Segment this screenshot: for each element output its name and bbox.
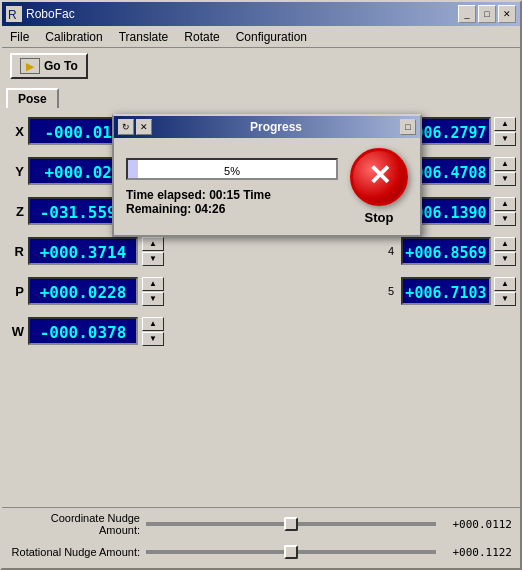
menu-calibration[interactable]: Calibration xyxy=(41,29,106,45)
progress-dialog: ↻ ✕ Progress □ 5% Time elapsed: 00:15 Ti… xyxy=(112,114,422,237)
progress-bar-text: 5% xyxy=(128,160,336,182)
t1-up-button[interactable]: ▲ xyxy=(494,117,516,131)
minimize-button[interactable]: _ xyxy=(458,5,476,23)
menu-bar: File Calibration Translate Rotate Config… xyxy=(2,26,520,48)
r-up-button[interactable]: ▲ xyxy=(142,237,164,251)
coordinate-nudge-row: Coordinate Nudge Amount: +000.0112 xyxy=(10,512,512,536)
progress-bar-container: 5% xyxy=(126,158,338,180)
goto-icon: ▶ xyxy=(20,58,40,74)
target-arrows-1: ▲ ▼ xyxy=(494,117,516,146)
pose-label-w: W xyxy=(6,324,24,339)
pose-label-y: Y xyxy=(6,164,24,179)
tab-pose[interactable]: Pose xyxy=(6,88,59,108)
title-bar-left: R RoboFac xyxy=(6,6,75,22)
arrow-group-w: ▲ ▼ xyxy=(142,317,164,346)
target-value-5: +006.7103 xyxy=(401,277,491,305)
stop-area: ✕ Stop xyxy=(350,148,408,225)
pose-row-r: R +000.3714 ▲ ▼ xyxy=(6,232,384,270)
stop-x-icon: ✕ xyxy=(368,162,391,190)
title-bar: R RoboFac _ □ ✕ xyxy=(2,2,520,26)
pose-label-z: Z xyxy=(6,204,24,219)
dialog-title-bar: ↻ ✕ Progress □ xyxy=(114,116,420,138)
time-info: Time elapsed: 00:15 Time Remaining: 04:2… xyxy=(126,188,338,216)
t2-up-button[interactable]: ▲ xyxy=(494,157,516,171)
dialog-refresh-button[interactable]: ↻ xyxy=(118,119,134,135)
app-icon: R xyxy=(6,6,22,22)
pose-value-r: +000.3714 xyxy=(28,237,138,265)
dialog-body: 5% Time elapsed: 00:15 Time Remaining: 0… xyxy=(114,138,420,235)
dialog-left-area: 5% Time elapsed: 00:15 Time Remaining: 0… xyxy=(126,158,338,216)
rotational-nudge-track[interactable] xyxy=(146,550,436,554)
coordinate-nudge-thumb[interactable] xyxy=(284,517,298,531)
title-bar-controls: _ □ ✕ xyxy=(458,5,516,23)
pose-value-p: +000.0228 xyxy=(28,277,138,305)
target-arrows-3: ▲ ▼ xyxy=(494,197,516,226)
pose-row-w: W -000.0378 ▲ ▼ xyxy=(6,312,384,350)
toolbar: ▶ Go To xyxy=(2,48,520,84)
stop-label: Stop xyxy=(365,210,394,225)
target-value-4: +006.8569 xyxy=(401,237,491,265)
arrow-group-p: ▲ ▼ xyxy=(142,277,164,306)
content-area: Pose X -000.019 ▲ ▼ Y +000.020 xyxy=(2,84,520,503)
rotational-nudge-thumb[interactable] xyxy=(284,545,298,559)
coordinate-nudge-label: Coordinate Nudge Amount: xyxy=(10,512,140,536)
dialog-title: Progress xyxy=(250,120,302,134)
tab-bar: Pose xyxy=(6,88,384,108)
target-row-5: 5 +006.7103 ▲ ▼ xyxy=(388,272,516,310)
pose-label-x: X xyxy=(6,124,24,139)
t5-up-button[interactable]: ▲ xyxy=(494,277,516,291)
t3-down-button[interactable]: ▼ xyxy=(494,212,516,226)
t4-up-button[interactable]: ▲ xyxy=(494,237,516,251)
pose-value-w: -000.0378 xyxy=(28,317,138,345)
rotational-nudge-value: +000.1122 xyxy=(442,546,512,559)
pose-label-p: P xyxy=(6,284,24,299)
rotational-nudge-row: Rotational Nudge Amount: +000.1122 xyxy=(10,540,512,564)
t4-down-button[interactable]: ▼ xyxy=(494,252,516,266)
coordinate-nudge-value: +000.0112 xyxy=(442,518,512,531)
svg-text:R: R xyxy=(8,8,17,22)
menu-rotate[interactable]: Rotate xyxy=(180,29,223,45)
target-arrows-4: ▲ ▼ xyxy=(494,237,516,266)
t2-down-button[interactable]: ▼ xyxy=(494,172,516,186)
arrow-group-r: ▲ ▼ xyxy=(142,237,164,266)
maximize-button[interactable]: □ xyxy=(478,5,496,23)
t1-down-button[interactable]: ▼ xyxy=(494,132,516,146)
title-bar-title: RoboFac xyxy=(26,7,75,21)
r-down-button[interactable]: ▼ xyxy=(142,252,164,266)
target-arrows-5: ▲ ▼ xyxy=(494,277,516,306)
pose-label-r: R xyxy=(6,244,24,259)
close-button[interactable]: ✕ xyxy=(498,5,516,23)
pose-row-p: P +000.0228 ▲ ▼ xyxy=(6,272,384,310)
sliders-area: Coordinate Nudge Amount: +000.0112 Rotat… xyxy=(2,507,520,568)
menu-file[interactable]: File xyxy=(6,29,33,45)
goto-label: Go To xyxy=(44,59,78,73)
t5-down-button[interactable]: ▼ xyxy=(494,292,516,306)
target-num-5: 5 xyxy=(388,285,398,297)
dialog-left-controls: ↻ ✕ xyxy=(118,119,152,135)
target-arrows-2: ▲ ▼ xyxy=(494,157,516,186)
app-window: R RoboFac _ □ ✕ File Calibration Transla… xyxy=(0,0,522,570)
dialog-maximize-button[interactable]: □ xyxy=(400,119,416,135)
menu-translate[interactable]: Translate xyxy=(115,29,173,45)
menu-configuration[interactable]: Configuration xyxy=(232,29,311,45)
t3-up-button[interactable]: ▲ xyxy=(494,197,516,211)
w-down-button[interactable]: ▼ xyxy=(142,332,164,346)
p-up-button[interactable]: ▲ xyxy=(142,277,164,291)
rotational-nudge-label: Rotational Nudge Amount: xyxy=(10,546,140,558)
target-row-4: 4 +006.8569 ▲ ▼ xyxy=(388,232,516,270)
w-up-button[interactable]: ▲ xyxy=(142,317,164,331)
coordinate-nudge-track[interactable] xyxy=(146,522,436,526)
dialog-close-button[interactable]: ✕ xyxy=(136,119,152,135)
stop-button[interactable]: ✕ xyxy=(350,148,408,206)
target-num-4: 4 xyxy=(388,245,398,257)
dialog-right-controls: □ xyxy=(400,119,416,135)
goto-button[interactable]: ▶ Go To xyxy=(10,53,88,79)
p-down-button[interactable]: ▼ xyxy=(142,292,164,306)
